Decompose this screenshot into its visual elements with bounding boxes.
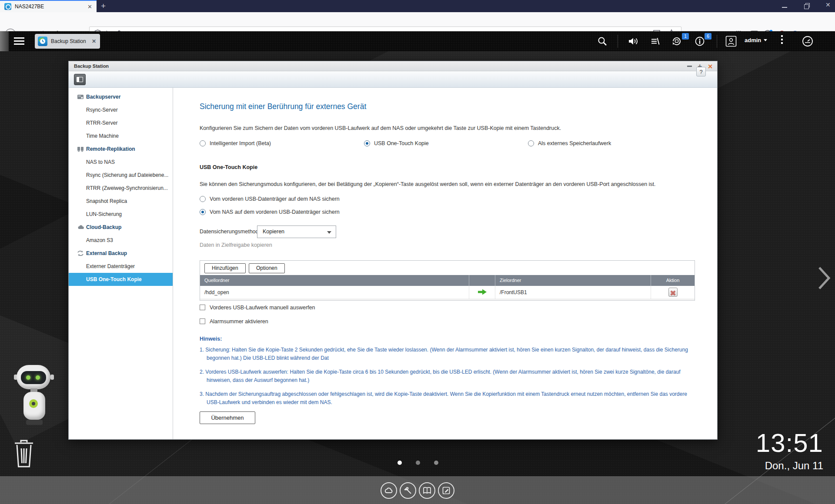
sidebar-item-rtrr-server[interactable]: RTRR-Server [69, 116, 173, 129]
volume-icon[interactable] [627, 35, 640, 48]
notes-list: 1. Sicherung: Halten Sie die Kopie-Taste… [200, 346, 701, 412]
col-source: Quellordner [200, 275, 469, 286]
radio-label: Vom vorderen USB-Datenträger auf dem NAS… [210, 196, 340, 202]
radio-smart-import[interactable]: Intelligenter Import (Beta) [200, 140, 271, 146]
browser-restore-icon[interactable] [805, 3, 810, 7]
delete-pair-button[interactable] [668, 288, 678, 297]
source-folder: /hdd_open [200, 286, 469, 299]
radio-icon[interactable] [528, 140, 534, 146]
method-dropdown[interactable]: Kopieren [257, 225, 336, 238]
global-search-icon[interactable] [596, 35, 609, 48]
clock-time: 13:51 [756, 430, 823, 456]
method-hint: Daten in Zielfreigabe kopieren [200, 242, 272, 248]
apply-button[interactable]: Übernehmen [200, 411, 255, 424]
sidebar-item-rtrr-two-way[interactable]: RTRR (Zweiweg-Synchronisierun... [69, 182, 173, 195]
sidebar-item-nas-to-nas[interactable]: NAS to NAS [69, 156, 173, 169]
qts-desktop: 13:51 Don., Jun 11 Backup Station + ✕ ? … [0, 51, 835, 504]
note-item: 1. Sicherung: Halten Sie die Kopie-Taste… [200, 346, 701, 362]
browser-tab[interactable]: NAS2427BE ✕ [0, 0, 97, 12]
help-button[interactable]: ? [696, 67, 706, 76]
window-toolbar [69, 71, 717, 88]
method-label: Datensicherungsmethode: [200, 229, 263, 235]
method-value: Kopieren [263, 229, 284, 235]
window-minimize-icon[interactable] [687, 66, 692, 67]
radio-label: Vom NAS auf dem vorderen USB-Datenträger… [210, 209, 340, 215]
radio-label: USB One-Touch Kopie [374, 140, 429, 146]
radio-usb-one-touch[interactable]: USB One-Touch Kopie [364, 140, 429, 146]
desktop-page-dot-active[interactable] [397, 461, 402, 465]
note-item: 2. Vorderes USB-Laufwerk auswerfen: Halt… [200, 368, 701, 385]
sidebar-item-cloud-backup[interactable]: Cloud-Backup [69, 221, 173, 234]
dock-tools-icon[interactable] [400, 482, 416, 499]
browser-tab-title: NAS2427BE [15, 3, 87, 10]
user-profile-icon[interactable] [725, 35, 738, 48]
radio-label: Als externes Speicherlaufwerk [538, 140, 611, 146]
checkbox-buzzer-row[interactable]: Alarmsummer aktivieren [200, 318, 268, 325]
sidebar-item-time-machine[interactable]: Time Machine [69, 129, 173, 143]
next-desktop-arrow[interactable] [818, 266, 832, 290]
intro-text: Konfigurieren Sie zum Sichern der Daten … [200, 125, 561, 131]
clock-date: Don., Jun 11 [756, 460, 823, 472]
sync-arrows-icon [77, 250, 84, 256]
sidebar-item-lun-sicherung[interactable]: LUN-Sicherung [69, 208, 173, 221]
checkbox-icon[interactable] [200, 305, 205, 310]
table-row: /hdd_open /FrontUSB1 [200, 286, 695, 299]
user-name: admin [745, 37, 761, 43]
window-title: Backup Station [69, 61, 717, 71]
checkbox-eject-row[interactable]: Vorderes USB-Laufwerk manuell auswerfen [200, 305, 315, 311]
sidebar-item-snapshot-replica[interactable]: Snapshot Replica [69, 195, 173, 208]
more-options-icon[interactable] [781, 35, 783, 46]
sidebar-item-backupserver[interactable]: Backupserver [69, 90, 173, 103]
recycle-bin-icon[interactable] [12, 439, 36, 469]
cloud-icon [77, 224, 84, 230]
options-button[interactable]: Optionen [249, 263, 285, 273]
sidebar-item-external-backup[interactable]: External Backup [69, 247, 173, 260]
note-title: Hinweis: [200, 336, 222, 342]
main-menu-icon[interactable] [14, 37, 24, 46]
radio-icon[interactable] [200, 196, 206, 202]
col-action: Aktion [651, 275, 695, 286]
qnap-robot-mascot [9, 365, 61, 434]
radio-usb-to-nas[interactable]: Vom vorderen USB-Datenträger auf dem NAS… [200, 196, 340, 202]
site-favicon [4, 3, 11, 10]
background-tasks-icon[interactable] [649, 35, 662, 48]
sidebar-item-rsync-file[interactable]: Rsync (Sicherung auf Dateiebene... [69, 169, 173, 182]
two-servers-icon [77, 146, 84, 152]
tab-close-icon[interactable]: ✕ [87, 3, 92, 10]
browser-close-icon[interactable]: ✕ [825, 1, 831, 8]
chevron-down-icon [327, 231, 331, 234]
desktop-edge-handle[interactable] [0, 31, 9, 51]
sidebar-item-remote-replikation[interactable]: Remote-Replikation [69, 143, 173, 156]
new-tab-button[interactable]: + [101, 0, 106, 12]
note-item: 3. Nachdem der Sicherungsauftrag abgesch… [200, 390, 701, 407]
dock-notes-icon[interactable] [438, 482, 454, 499]
add-button[interactable]: Hinzufügen [204, 263, 246, 273]
radio-icon[interactable] [200, 140, 206, 146]
browser-minimize-icon[interactable] [782, 7, 787, 8]
desktop-page-dot[interactable] [416, 461, 420, 465]
checkbox-icon[interactable] [200, 318, 205, 324]
sidebar-toggle-button[interactable] [74, 74, 86, 85]
backup-station-app-icon [38, 36, 47, 46]
radio-icon-selected[interactable] [364, 140, 370, 146]
task-badge[interactable]: 1 [682, 33, 689, 40]
dock-cloud-icon[interactable] [381, 482, 397, 499]
open-app-tab[interactable]: Backup Station ✕ [35, 34, 100, 49]
user-menu[interactable]: admin [745, 37, 767, 43]
sidebar-item-usb-one-touch[interactable]: USB One-Touch Kopie [69, 273, 173, 286]
sidebar-item-amazon-s3[interactable]: Amazon S3 [69, 234, 173, 247]
radio-nas-to-usb[interactable]: Vom NAS auf dem vorderen USB-Datenträger… [200, 209, 340, 215]
radio-icon-selected[interactable] [200, 209, 206, 215]
sidebar-item-externer-datentraeger[interactable]: Externer Datenträger [69, 260, 173, 273]
main-content: Sicherung mit einer Berührung für extern… [173, 88, 717, 439]
dock-manual-icon[interactable] [419, 482, 435, 499]
notification-badge[interactable]: 6 [705, 33, 711, 40]
window-close-icon[interactable]: ✕ [708, 63, 713, 70]
section-title: USB One-Touch Kopie [200, 164, 257, 170]
desktop-page-dot[interactable] [434, 461, 438, 465]
dashboard-gauge-icon[interactable] [801, 35, 814, 48]
chevron-down-icon [764, 39, 767, 41]
radio-external-storage[interactable]: Als externes Speicherlaufwerk [528, 140, 611, 146]
sidebar-item-rsync-server[interactable]: Rsync-Server [69, 103, 173, 116]
app-tab-close-icon[interactable]: ✕ [92, 38, 96, 44]
